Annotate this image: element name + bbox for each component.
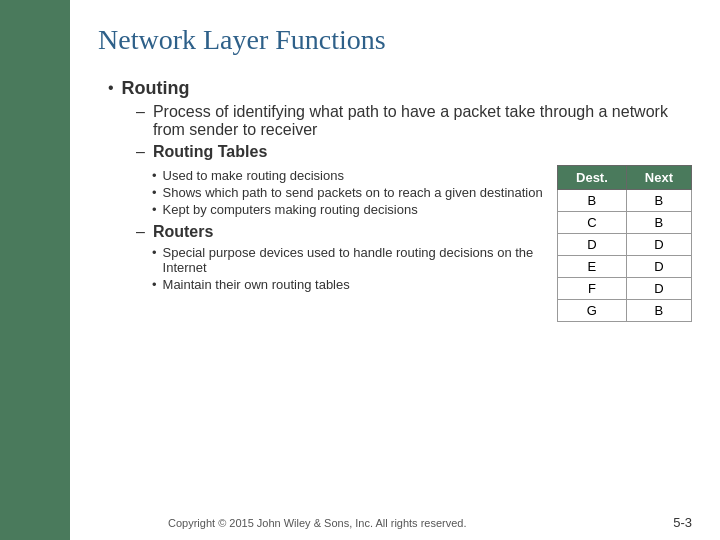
list-item: •Shows which path to send packets on to …	[152, 185, 547, 200]
dest-next-table: Dest. Next BBCBDDEDFDGB	[557, 165, 692, 322]
table-cell: B	[626, 300, 691, 322]
routing-table-sub-bullets: •Used to make routing decisions•Shows wh…	[152, 168, 547, 217]
left-content: •Used to make routing decisions•Shows wh…	[136, 165, 547, 298]
sub-bullet-text: Used to make routing decisions	[163, 168, 344, 183]
bullet-section: • Routing – Process of identifying what …	[108, 78, 692, 322]
list-item: •Special purpose devices used to handle …	[152, 245, 547, 275]
table-row: DD	[558, 234, 692, 256]
table-cell: C	[558, 212, 627, 234]
page-title: Network Layer Functions	[98, 24, 692, 56]
dash-icon-1: –	[136, 103, 145, 121]
content-with-table: •Used to make routing decisions•Shows wh…	[136, 165, 692, 322]
table-cell: F	[558, 278, 627, 300]
page-number: 5-3	[673, 515, 692, 530]
routing-table: Dest. Next BBCBDDEDFDGB	[557, 165, 692, 322]
sub-bullet-dot: •	[152, 202, 157, 217]
table-cell: D	[626, 256, 691, 278]
routers-sub-bullets: •Special purpose devices used to handle …	[152, 245, 547, 292]
table-header-next: Next	[626, 166, 691, 190]
sub-bullet-text: Kept by computers making routing decisio…	[163, 202, 418, 217]
table-cell: D	[558, 234, 627, 256]
sub-bullet-dot: •	[152, 168, 157, 183]
dash-routing-tables: – Routing Tables	[136, 143, 692, 161]
main-content: Network Layer Functions • Routing – Proc…	[70, 0, 720, 540]
table-row: ED	[558, 256, 692, 278]
table-row: CB	[558, 212, 692, 234]
table-header-dest: Dest.	[558, 166, 627, 190]
footer: Copyright © 2015 John Wiley & Sons, Inc.…	[140, 515, 720, 530]
dash-routers-text: Routers	[153, 223, 213, 241]
bullet-routing: • Routing	[108, 78, 692, 99]
list-item: •Maintain their own routing tables	[152, 277, 547, 292]
dash-process: – Process of identifying what path to ha…	[136, 103, 692, 139]
table-row: BB	[558, 190, 692, 212]
routing-label: Routing	[122, 78, 190, 99]
dash-process-text: Process of identifying what path to have…	[153, 103, 692, 139]
table-row: GB	[558, 300, 692, 322]
list-item: •Used to make routing decisions	[152, 168, 547, 183]
list-item: •Kept by computers making routing decisi…	[152, 202, 547, 217]
dash-routers: – Routers	[136, 223, 547, 241]
sub-bullet-text: Shows which path to send packets on to r…	[163, 185, 543, 200]
table-cell: D	[626, 234, 691, 256]
table-cell: G	[558, 300, 627, 322]
table-row: FD	[558, 278, 692, 300]
dash-icon-3: –	[136, 223, 145, 241]
table-cell: B	[558, 190, 627, 212]
dash-icon-2: –	[136, 143, 145, 161]
sub-bullet-text: Maintain their own routing tables	[163, 277, 350, 292]
table-cell: E	[558, 256, 627, 278]
copyright-text: Copyright © 2015 John Wiley & Sons, Inc.…	[168, 517, 467, 529]
sub-bullet-dot: •	[152, 245, 157, 260]
dash-routing-tables-text: Routing Tables	[153, 143, 267, 161]
table-cell: D	[626, 278, 691, 300]
table-cell: B	[626, 190, 691, 212]
sub-bullet-dot: •	[152, 277, 157, 292]
routing-sub-section: – Process of identifying what path to ha…	[136, 103, 692, 322]
sub-bullet-dot: •	[152, 185, 157, 200]
sub-bullet-text: Special purpose devices used to handle r…	[163, 245, 547, 275]
sidebar	[0, 0, 70, 540]
table-cell: B	[626, 212, 691, 234]
bullet-dot: •	[108, 79, 114, 97]
